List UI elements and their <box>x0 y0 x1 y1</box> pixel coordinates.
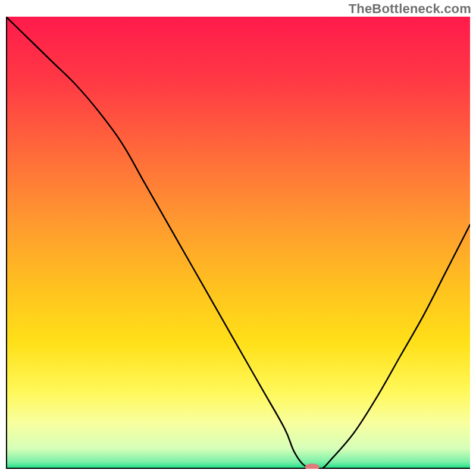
watermark-text: TheBottleneck.com <box>349 1 471 17</box>
chart-svg <box>6 17 470 469</box>
chart-container: TheBottleneck.com <box>0 0 476 476</box>
plot-area <box>6 17 470 469</box>
